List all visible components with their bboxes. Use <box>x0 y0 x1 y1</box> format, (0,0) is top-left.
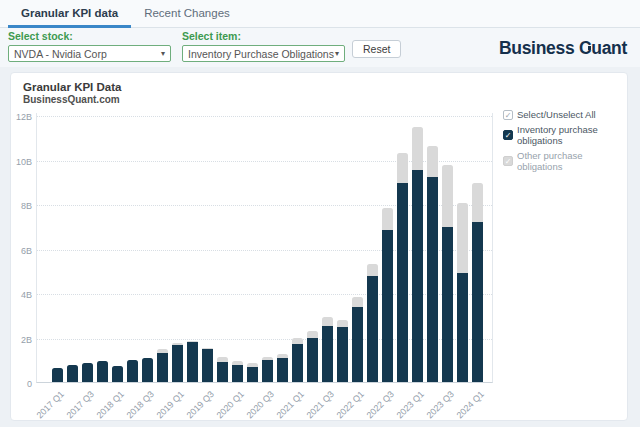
x-axis-label: 2021 Q3 <box>305 389 336 420</box>
legend-item-inventory[interactable]: ✓Inventory purchase obligations <box>503 124 627 146</box>
bar-inventory-2020-q1[interactable] <box>232 365 243 382</box>
bar-inventory-2017-q4[interactable] <box>97 361 108 382</box>
bar-inventory-2023-q2[interactable] <box>427 177 438 382</box>
legend-label: Inventory purchase obligations <box>517 124 627 146</box>
bar-other-2021-q4[interactable] <box>337 320 348 327</box>
bar-other-2022-q2[interactable] <box>367 264 378 276</box>
bar-inventory-2020-q2[interactable] <box>247 367 258 382</box>
bar-other-2019-q4[interactable] <box>217 357 228 362</box>
bar-other-2022-q3[interactable] <box>382 208 393 230</box>
bar-inventory-2022-q1[interactable] <box>352 307 363 382</box>
bar-inventory-2018-q3[interactable] <box>142 358 153 382</box>
x-axis-label: 2024 Q1 <box>455 389 486 420</box>
chart-card: Granular KPI Data BusinessQuant.com 02B4… <box>10 72 628 421</box>
chart-subtitle: BusinessQuant.com <box>23 94 120 105</box>
y-axis-label: 6B <box>11 246 32 256</box>
bar-other-2023-q3[interactable] <box>442 165 453 227</box>
tab-granular-kpi-data[interactable]: Granular KPI data <box>8 0 131 28</box>
bar-other-2019-q1[interactable] <box>172 343 183 345</box>
bar-inventory-2023-q1[interactable] <box>412 170 423 382</box>
x-axis-label: 2017 Q3 <box>65 389 96 420</box>
bar-inventory-2022-q4[interactable] <box>397 183 408 382</box>
bar-other-2020-q4[interactable] <box>277 354 288 358</box>
tab-recent-changes[interactable]: Recent Changes <box>131 0 243 28</box>
chart-legend: ✓Select/Unselect All✓Inventory purchase … <box>503 109 627 176</box>
bar-other-2020-q2[interactable] <box>247 363 258 367</box>
chevron-down-icon: ▾ <box>161 49 165 58</box>
x-axis-label: 2022 Q3 <box>365 389 396 420</box>
chevron-down-icon: ▾ <box>335 49 339 58</box>
bar-other-2022-q1[interactable] <box>352 297 363 307</box>
bar-inventory-2019-q1[interactable] <box>172 345 183 382</box>
bar-inventory-2019-q3[interactable] <box>202 349 213 382</box>
x-axis-label: 2017 Q1 <box>35 389 66 420</box>
x-axis-label: 2020 Q1 <box>215 389 246 420</box>
bar-inventory-2020-q4[interactable] <box>277 358 288 382</box>
bar-inventory-2020-q3[interactable] <box>262 360 273 382</box>
bar-inventory-2021-q4[interactable] <box>337 327 348 382</box>
bar-inventory-2022-q2[interactable] <box>367 276 378 382</box>
y-axis-label: 8B <box>11 201 32 211</box>
checkbox-all-icon[interactable]: ✓ <box>503 110 513 120</box>
plot-area <box>36 113 493 383</box>
reset-button[interactable]: Reset <box>352 40 401 58</box>
bar-other-2020-q3[interactable] <box>262 357 273 360</box>
x-axis-label: 2023 Q3 <box>425 389 456 420</box>
item-select[interactable]: Inventory Purchase Obligations ▾ <box>182 45 345 62</box>
y-axis-label: 12B <box>11 112 32 122</box>
checkbox-inventory-icon[interactable]: ✓ <box>503 130 513 140</box>
bar-other-2019-q2[interactable] <box>187 341 198 342</box>
gridline <box>37 116 492 117</box>
item-select-value: Inventory Purchase Obligations <box>188 48 334 60</box>
bar-inventory-2018-q4[interactable] <box>157 353 168 382</box>
legend-item-other[interactable]: ✓Other purchase obligations <box>503 150 627 172</box>
bar-inventory-2023-q4[interactable] <box>457 273 468 382</box>
x-axis-label: 2022 Q1 <box>335 389 366 420</box>
chart-title: Granular KPI Data <box>23 81 121 93</box>
bar-inventory-2017-q1[interactable] <box>52 368 63 382</box>
bar-inventory-2021-q1[interactable] <box>292 344 303 382</box>
y-axis-label: 4B <box>11 290 32 300</box>
bar-other-2018-q4[interactable] <box>157 349 168 352</box>
checkbox-other-icon[interactable]: ✓ <box>503 156 513 166</box>
stock-select[interactable]: NVDA - Nvidia Corp ▾ <box>8 45 171 62</box>
x-axis-label: 2020 Q3 <box>245 389 276 420</box>
top-header: Granular KPI data Recent Changes Select … <box>0 0 640 67</box>
item-select-group: Select item: Inventory Purchase Obligati… <box>182 30 345 62</box>
legend-label: Select/Unselect All <box>517 109 596 120</box>
bar-other-2023-q4[interactable] <box>457 203 468 273</box>
bar-other-2021-q1[interactable] <box>292 338 303 345</box>
bar-other-2019-q3[interactable] <box>202 348 213 349</box>
gridline <box>37 294 492 295</box>
stylized-q-icon: C <box>579 38 591 59</box>
y-axis-label: 0 <box>11 379 32 389</box>
bar-inventory-2019-q2[interactable] <box>187 342 198 382</box>
y-axis-label: 2B <box>11 335 32 345</box>
gridline <box>37 161 492 162</box>
gridline <box>37 250 492 251</box>
bar-inventory-2021-q3[interactable] <box>322 326 333 382</box>
bar-inventory-2018-q2[interactable] <box>127 360 138 382</box>
bar-other-2024-q1[interactable] <box>472 183 483 221</box>
bar-other-2023-q2[interactable] <box>427 146 438 177</box>
bar-other-2021-q3[interactable] <box>322 317 333 327</box>
gridline <box>37 205 492 206</box>
bar-inventory-2022-q3[interactable] <box>382 230 393 382</box>
bar-inventory-2024-q1[interactable] <box>472 222 483 382</box>
x-axis-label: 2023 Q1 <box>395 389 426 420</box>
bar-inventory-2017-q3[interactable] <box>82 363 93 382</box>
y-axis-label: 10B <box>11 157 32 167</box>
bar-inventory-2019-q4[interactable] <box>217 362 228 382</box>
legend-item-all[interactable]: ✓Select/Unselect All <box>503 109 627 120</box>
bar-other-2021-q2[interactable] <box>307 331 318 338</box>
bar-other-2023-q1[interactable] <box>412 127 423 169</box>
bar-inventory-2018-q1[interactable] <box>112 366 123 382</box>
bar-inventory-2017-q2[interactable] <box>67 365 78 382</box>
bar-other-2020-q1[interactable] <box>232 361 243 365</box>
bar-inventory-2023-q3[interactable] <box>442 227 453 382</box>
item-select-label: Select item: <box>182 30 345 42</box>
stock-select-group: Select stock: NVDA - Nvidia Corp ▾ <box>8 30 171 62</box>
gridline <box>37 339 492 340</box>
bar-inventory-2021-q2[interactable] <box>307 338 318 382</box>
bar-other-2022-q4[interactable] <box>397 153 408 183</box>
